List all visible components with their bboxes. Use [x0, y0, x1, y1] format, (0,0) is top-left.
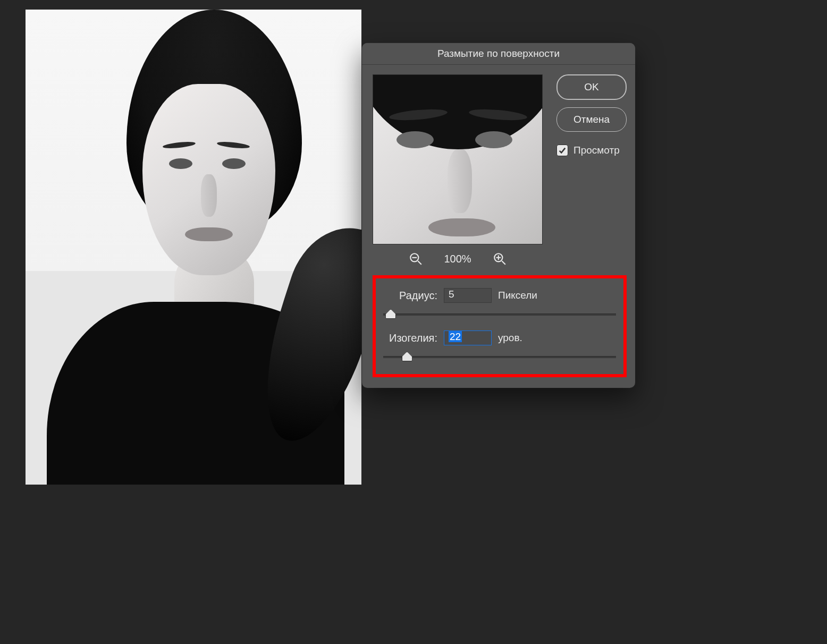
radius-input[interactable]: 5 [444, 288, 492, 303]
radius-row: Радиус: 5 Пиксели [382, 288, 617, 303]
radius-slider[interactable] [383, 309, 616, 319]
canvas-document-image [26, 10, 361, 485]
parameters-highlight-box: Радиус: 5 Пиксели Изогелия: 22 уров. [373, 275, 627, 377]
svg-line-1 [418, 261, 422, 265]
radius-label: Радиус: [382, 290, 437, 302]
ok-button[interactable]: OK [556, 74, 627, 100]
surface-blur-dialog: Размытие по поверхности 100% [362, 43, 635, 388]
threshold-label: Изогелия: [382, 332, 437, 344]
preview-checkbox-label: Просмотр [573, 145, 620, 156]
svg-line-4 [502, 261, 505, 265]
threshold-slider[interactable] [383, 352, 616, 361]
threshold-row: Изогелия: 22 уров. [382, 331, 617, 345]
cancel-button[interactable]: Отмена [556, 107, 627, 132]
slider-thumb[interactable] [402, 352, 412, 361]
zoom-in-button[interactable] [493, 252, 507, 266]
dialog-title: Размытие по поверхности [362, 43, 635, 65]
zoom-out-button[interactable] [409, 252, 423, 266]
slider-track [383, 356, 616, 358]
threshold-input[interactable]: 22 [444, 331, 492, 345]
zoom-in-icon [493, 252, 507, 266]
slider-thumb[interactable] [385, 309, 396, 319]
zoom-out-icon [409, 252, 423, 266]
radius-unit: Пиксели [498, 290, 537, 301]
preview-checkbox[interactable] [556, 145, 568, 156]
zoom-level-text: 100% [444, 253, 471, 265]
portrait-illustration [26, 10, 361, 485]
threshold-unit: уров. [498, 332, 522, 344]
slider-track [383, 313, 616, 316]
filter-preview[interactable] [373, 74, 543, 244]
check-icon [559, 147, 566, 154]
